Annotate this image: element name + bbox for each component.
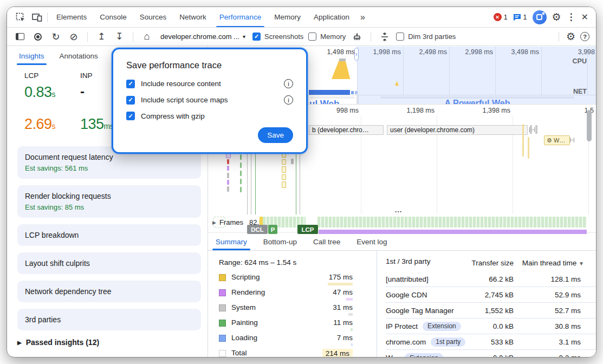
device-toolbar-icon[interactable] [29,7,45,27]
track-ellipsis: … [394,205,403,214]
issues-badge[interactable]: 1 [513,14,527,21]
wait-task-chip[interactable]: ⚙ W… [544,135,570,145]
scripting-swatch [219,274,226,281]
rendering-swatch [219,289,226,296]
lcp-marker[interactable]: LCP [297,225,318,234]
tab-insights[interactable]: Insights [19,47,44,65]
passed-insights-toggle[interactable]: ▶ Passed insights (12) [17,338,208,347]
summary-panel: Range: 624 ms – 1.54 s Scripting 175 ms … [208,251,596,357]
divider [47,12,48,22]
paint-marker[interactable]: P [268,225,277,234]
checkbox-unchecked-icon [308,32,316,41]
legend-row: Loading 7 ms [219,334,377,349]
overflow-menu-icon[interactable]: ⋮ [567,11,576,23]
tab-summary[interactable]: Summary [216,233,247,250]
throttling-icon[interactable] [378,30,391,43]
clear-icon[interactable]: ⊘ [67,30,80,43]
legend-row: Painting 11 ms [219,318,377,334]
filmstrip-thumbnail[interactable]: ul Web [308,95,357,105]
include-resource-content-checkbox[interactable]: ✓ Include resource content i [126,79,293,88]
error-badge[interactable]: ✕ 1 [494,13,508,21]
dim-3rd-parties-label: Dim 3rd parties [408,32,456,41]
info-icon[interactable]: i [284,95,293,105]
third-party-table: 1st / 3rd party Transfer size Main threa… [377,251,596,357]
checkbox-checked-icon: ✓ [126,112,135,120]
tab-application[interactable]: Application [307,7,356,27]
save-profile-icon[interactable]: ↧ [113,30,126,43]
painting-swatch [219,320,226,327]
frames-track[interactable]: ▶ Frames 82.5 ms DCL P LCP [208,214,596,233]
include-source-maps-checkbox[interactable]: ✓ Include script source maps i [126,95,293,105]
memory-checkbox[interactable]: Memory [308,32,346,41]
compress-gzip-checkbox[interactable]: ✓ Compress with gzip [126,112,293,120]
tab-call-tree[interactable]: Call tree [313,233,340,250]
tab-console[interactable]: Console [93,7,133,27]
party-badge: Extension [423,322,461,331]
devtools-assistant-icon[interactable] [533,10,547,24]
col-transfer-size[interactable]: Transfer size [471,259,514,267]
insight-card-layout-shift-culprits[interactable]: Layout shift culprits [17,252,201,274]
overview-dim-region [357,47,596,104]
checkbox-checked-icon: ✓ [126,80,135,88]
network-activity-bar [309,90,350,95]
table-row[interactable]: Google CDN 2,745 kB52.9 ms [386,287,596,303]
details-tabbar: Summary Bottom-up Call tree Event log [208,233,596,251]
legend-row: Rendering 47 ms [219,288,377,303]
overview-drag-handle[interactable]: ‖ [354,48,359,61]
capture-settings-gear-icon[interactable]: ⚙ [566,30,575,43]
insight-card-network-dependency-tree[interactable]: Network dependency tree [17,281,201,302]
screenshots-checkbox[interactable]: ✓ Screenshots [252,32,303,41]
dim-3rd-parties-checkbox[interactable]: Dim 3rd parties [396,32,456,41]
close-icon[interactable]: ✕ [581,12,588,22]
insight-card-lcp-breakdown[interactable]: LCP breakdown [17,224,201,246]
settings-gear-icon[interactable]: ⚙ [552,11,561,23]
insight-card-render-blocking-requests[interactable]: Render blocking requestsEst savings: 85 … [17,185,201,218]
total-swatch [219,350,226,357]
inspect-element-icon[interactable] [12,7,29,27]
record-and-reload-icon[interactable]: ↻ [49,30,62,43]
table-row[interactable]: chrome.com1st party 533 kB3.1 ms [386,334,596,350]
record-icon[interactable] [31,30,44,43]
info-icon[interactable]: i [284,79,293,88]
more-tabs-icon[interactable]: » [356,7,369,27]
checkbox-checked-icon: ✓ [252,32,261,41]
help-icon[interactable]: ? [580,32,589,41]
tab-network[interactable]: Network [173,7,213,27]
error-count: 1 [504,14,508,21]
tab-event-log[interactable]: Event log [356,233,387,250]
save-button[interactable]: Save [258,127,293,143]
table-row[interactable]: IP ProtectExtension 0.0 kB30.8 ms [386,318,596,334]
col-main-thread-time[interactable]: Main thread time ▼ [522,259,584,267]
flame-tick: 1,198 ms [386,107,435,114]
flame-scrollbar[interactable] [587,110,592,141]
loading-swatch [219,335,226,342]
insight-card-3rd-parties[interactable]: 3rd parties [17,309,201,330]
network-request-bar[interactable]: b (developer.chro… [309,125,384,135]
network-request-bar[interactable]: user (developer.chrome.com) [387,125,528,135]
screenshots-label: Screenshots [264,32,303,41]
table-row[interactable]: W…Extension 0.0 kB0.2 ms [386,350,596,357]
chevron-down-icon: ▾ [243,34,245,40]
home-icon[interactable]: ⌂ [140,30,153,43]
lcp-label: LCP [24,72,80,80]
checkbox-checked-icon: ✓ [126,96,135,105]
tab-sources[interactable]: Sources [133,7,173,27]
disclosure-icon[interactable]: ▶ [212,220,216,225]
load-profile-icon[interactable]: ↥ [95,30,108,43]
lcp-local-value: 0.83s [24,84,80,101]
toggle-sidebar-icon[interactable] [14,30,27,43]
table-row[interactable]: [unattributed] 66.2 kB128.1 ms [386,271,596,287]
disclosure-icon: ▶ [17,340,22,346]
origin-dropdown[interactable]: developer.chrome.com ... ▾ [158,31,248,42]
memory-label: Memory [320,32,346,41]
tab-elements[interactable]: Elements [50,7,93,27]
tab-annotations[interactable]: Annotations [60,47,98,65]
col-party[interactable]: 1st / 3rd party [386,257,431,265]
dcl-marker[interactable]: DCL [247,225,268,234]
category-legend: Range: 624 ms – 1.54 s Scripting 175 ms … [208,251,377,357]
garbage-collect-icon[interactable] [351,30,364,43]
tab-bottom-up[interactable]: Bottom-up [263,233,297,250]
tab-memory[interactable]: Memory [268,7,307,27]
tab-performance[interactable]: Performance [213,7,268,27]
table-row[interactable]: Google Tag Manager 1,552 kB52.7 ms [386,303,596,318]
